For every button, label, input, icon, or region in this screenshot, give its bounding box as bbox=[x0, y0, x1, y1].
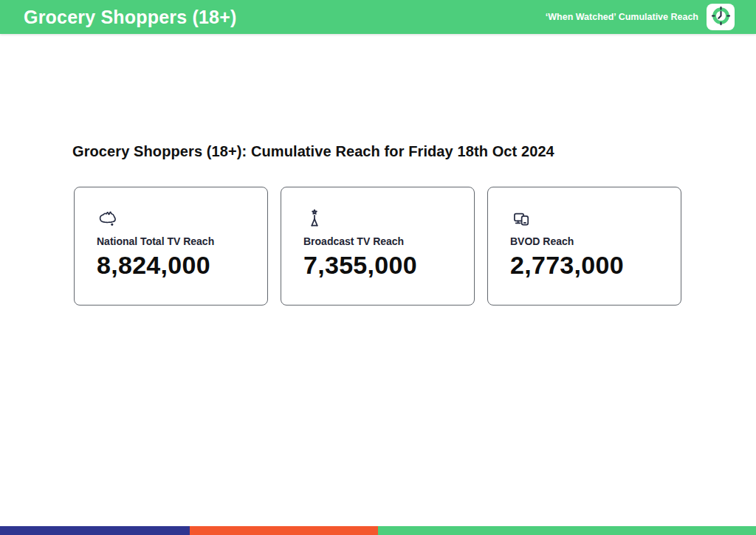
kpi-card-broadcast-tv: Broadcast TV Reach 7,355,000 bbox=[281, 187, 475, 306]
footer-segment-navy bbox=[0, 526, 190, 535]
clock-icon bbox=[711, 6, 731, 29]
footer-segment-orange bbox=[190, 526, 378, 535]
kpi-card-national-total-tv: National Total TV Reach 8,824,000 bbox=[74, 187, 268, 306]
broadcast-tower-icon bbox=[303, 207, 452, 229]
header-right-group: ‘When Watched’ Cumulative Reach bbox=[546, 4, 735, 30]
kpi-value: 8,824,000 bbox=[97, 251, 245, 280]
kpi-label: National Total TV Reach bbox=[97, 235, 245, 247]
kpi-card-bvod: BVOD Reach 2,773,000 bbox=[487, 187, 681, 306]
app-header: Grocery Shoppers (18+) ‘When Watched’ Cu… bbox=[0, 0, 756, 34]
report-heading: Grocery Shoppers (18+): Cumulative Reach… bbox=[72, 143, 554, 160]
kpi-cards-row: National Total TV Reach 8,824,000 Broadc… bbox=[74, 187, 681, 306]
footer-brand-bar bbox=[0, 526, 756, 535]
footer-segment-green bbox=[378, 526, 756, 535]
screens-devices-icon bbox=[510, 207, 659, 229]
report-type-label: ‘When Watched’ Cumulative Reach bbox=[546, 12, 698, 22]
kpi-label: BVOD Reach bbox=[510, 235, 659, 247]
australia-map-icon bbox=[97, 207, 245, 229]
kpi-label: Broadcast TV Reach bbox=[303, 235, 452, 247]
kpi-value: 7,355,000 bbox=[303, 251, 452, 280]
clock-logo-badge bbox=[707, 4, 735, 30]
page-title: Grocery Shoppers (18+) bbox=[24, 7, 546, 28]
kpi-value: 2,773,000 bbox=[510, 251, 659, 280]
